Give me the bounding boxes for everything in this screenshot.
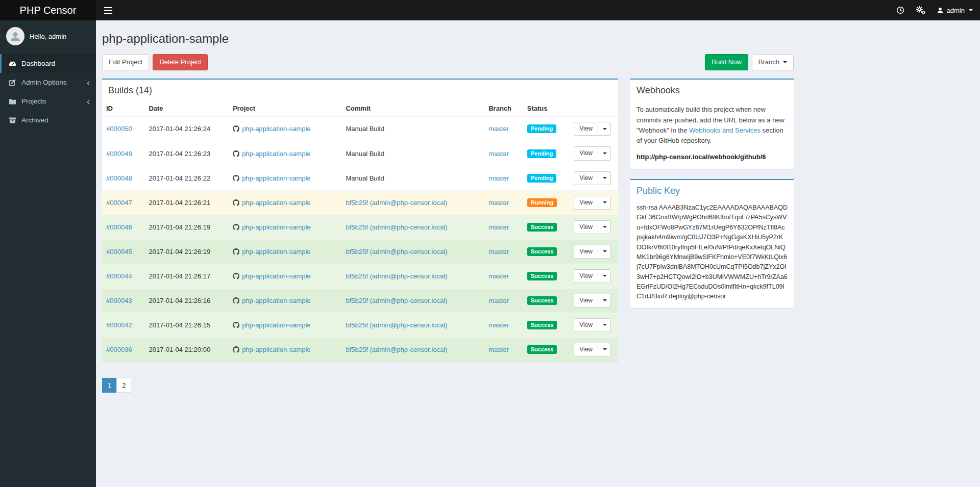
view-button-group: View <box>574 146 611 160</box>
view-button-group: View <box>574 318 611 332</box>
build-branch-link[interactable]: master <box>488 174 509 182</box>
build-branch-link[interactable]: master <box>488 150 509 158</box>
build-branch-link[interactable]: master <box>488 125 509 133</box>
view-button-group: View <box>574 269 611 283</box>
view-dropdown-toggle[interactable] <box>598 171 611 185</box>
view-button[interactable]: View <box>574 146 598 160</box>
build-date: 2017-01-04 21:26:24 <box>144 117 229 141</box>
build-commit-link[interactable]: bf5b25f (admin@php-censor.local) <box>346 272 447 280</box>
view-button[interactable]: View <box>574 122 598 136</box>
build-id-link[interactable]: #000046 <box>106 223 132 231</box>
view-button[interactable]: View <box>574 343 598 356</box>
view-dropdown-toggle[interactable] <box>598 294 611 307</box>
build-id-link[interactable]: #000047 <box>106 199 132 207</box>
build-id-link[interactable]: #000049 <box>106 150 132 158</box>
sidebar-toggle-button[interactable] <box>96 0 120 20</box>
view-dropdown-toggle[interactable] <box>598 122 611 136</box>
build-commit-text: Manual Build <box>346 125 384 133</box>
view-dropdown-toggle[interactable] <box>598 245 611 259</box>
build-id-link[interactable]: #000043 <box>106 297 132 304</box>
app-logo[interactable]: PHP Censor <box>0 0 96 20</box>
branch-dropdown-button[interactable]: Branch <box>752 54 794 70</box>
build-project-link[interactable]: php-application-sample <box>242 321 310 329</box>
view-button[interactable]: View <box>574 245 598 259</box>
view-button[interactable]: View <box>574 220 598 234</box>
caret-down-icon <box>603 128 607 130</box>
build-commit-link[interactable]: bf5b25f (admin@php-censor.local) <box>346 223 447 231</box>
pagination-page-2[interactable]: 2 <box>116 378 131 393</box>
build-branch-link[interactable]: master <box>488 346 509 353</box>
view-button-group: View <box>574 196 611 210</box>
build-branch-link[interactable]: master <box>488 248 509 255</box>
sidebar-item-admin-options[interactable]: Admin Options ‹ <box>0 73 96 92</box>
build-commit-link[interactable]: bf5b25f (admin@php-censor.local) <box>346 297 447 304</box>
github-icon <box>233 297 239 304</box>
webhooks-panel: Webhooks To automatically build this pro… <box>630 79 794 169</box>
build-project-link[interactable]: php-application-sample <box>242 199 310 207</box>
content: php-application-sample Edit Project Dele… <box>96 20 980 403</box>
build-status-badge: Success <box>527 272 557 280</box>
delete-project-button[interactable]: Delete Project <box>153 54 208 70</box>
public-key-text: ssh-rsa AAAAB3NzaC1yc2EAAAADAQABAAABAQDG… <box>636 202 788 302</box>
edit-project-button[interactable]: Edit Project <box>102 54 149 70</box>
webhooks-services-link[interactable]: Webhooks and Services <box>689 126 761 134</box>
build-project-link[interactable]: php-application-sample <box>242 174 310 182</box>
build-branch-link[interactable]: master <box>488 321 509 329</box>
build-commit-link[interactable]: bf5b25f (admin@php-censor.local) <box>346 346 447 353</box>
build-id-link[interactable]: #000036 <box>106 346 132 353</box>
github-icon <box>233 322 239 328</box>
view-button[interactable]: View <box>574 196 598 210</box>
view-dropdown-toggle[interactable] <box>598 343 611 356</box>
build-commit-link[interactable]: bf5b25f (admin@php-censor.local) <box>346 248 447 255</box>
webhooks-description: To automatically build this project when… <box>636 105 788 146</box>
builds-table-header-row: ID Date Project Commit Branch Status <box>102 100 618 117</box>
view-button[interactable]: View <box>574 318 598 332</box>
build-project-link[interactable]: php-application-sample <box>242 272 310 280</box>
build-project-link[interactable]: php-application-sample <box>242 346 310 353</box>
build-status-badge: Success <box>527 247 557 256</box>
view-button[interactable]: View <box>574 171 598 185</box>
build-id-link[interactable]: #000045 <box>106 248 132 255</box>
build-branch-link[interactable]: master <box>488 272 509 280</box>
caret-down-icon <box>969 9 973 11</box>
build-project-link[interactable]: php-application-sample <box>242 150 310 158</box>
build-project-link[interactable]: php-application-sample <box>242 248 310 255</box>
build-id-link[interactable]: #000050 <box>106 125 132 133</box>
webhook-url: http://php-censor.local/webhook/github/6 <box>636 153 788 161</box>
build-project-link[interactable]: php-application-sample <box>242 297 310 304</box>
build-status-badge: Pending <box>527 124 556 133</box>
public-key-panel: Public Key ssh-rsa AAAAB3NzaC1yc2EAAAADA… <box>630 179 794 308</box>
build-row: #0000422017-01-04 21:26:15php-applicatio… <box>102 313 618 337</box>
build-row: #0000462017-01-04 21:26:19php-applicatio… <box>102 215 618 239</box>
view-dropdown-toggle[interactable] <box>598 318 611 332</box>
user-menu[interactable]: admin <box>932 0 980 20</box>
sidebar-item-label: Admin Options <box>21 79 67 86</box>
view-dropdown-toggle[interactable] <box>598 220 611 234</box>
build-id-link[interactable]: #000048 <box>106 174 132 182</box>
sidebar-item-projects[interactable]: Projects ‹ <box>0 92 96 111</box>
sidebar-item-archived[interactable]: Archived <box>0 111 96 130</box>
chevron-left-icon: ‹ <box>87 99 90 104</box>
caret-down-icon <box>603 250 607 252</box>
view-button-group: View <box>574 171 611 185</box>
build-commit-link[interactable]: bf5b25f (admin@php-censor.local) <box>346 199 447 207</box>
view-dropdown-toggle[interactable] <box>598 196 611 210</box>
view-button-group: View <box>574 122 611 136</box>
build-branch-link[interactable]: master <box>488 297 509 304</box>
sidebar-item-dashboard[interactable]: Dashboard <box>0 54 96 73</box>
build-project-link[interactable]: php-application-sample <box>242 223 310 231</box>
build-commit-link[interactable]: bf5b25f (admin@php-censor.local) <box>346 321 447 329</box>
build-project-link[interactable]: php-application-sample <box>242 125 310 133</box>
build-branch-link[interactable]: master <box>488 223 509 231</box>
build-id-link[interactable]: #000042 <box>106 321 132 329</box>
view-dropdown-toggle[interactable] <box>598 146 611 160</box>
view-button[interactable]: View <box>574 269 598 283</box>
view-dropdown-toggle[interactable] <box>598 269 611 283</box>
gears-icon[interactable] <box>910 0 932 20</box>
build-now-button[interactable]: Build Now <box>705 54 748 70</box>
build-id-link[interactable]: #000044 <box>106 272 132 280</box>
view-button[interactable]: View <box>574 294 598 307</box>
clock-icon[interactable] <box>891 0 910 20</box>
build-branch-link[interactable]: master <box>488 199 509 207</box>
pagination-page-1[interactable]: 1 <box>102 378 117 393</box>
